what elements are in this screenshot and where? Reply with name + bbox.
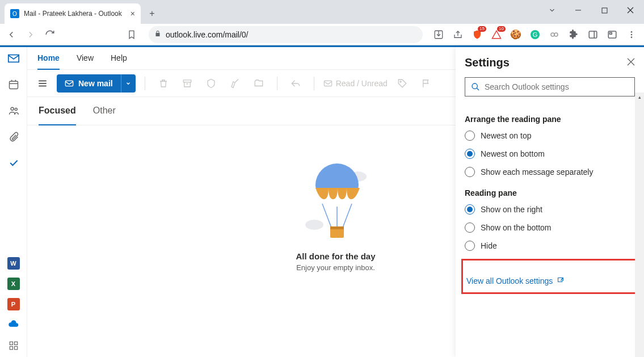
forward-button[interactable] (24, 28, 37, 41)
scroll-arrow-up[interactable]: ▴ (635, 93, 644, 102)
svg-text:O: O (12, 11, 17, 17)
excel-icon[interactable]: X (7, 278, 20, 290)
window-minimize[interactable] (567, 2, 590, 19)
flag-icon[interactable] (417, 74, 435, 93)
search-icon (471, 82, 480, 91)
new-mail-button[interactable]: New mail (57, 74, 121, 93)
svg-point-18 (631, 33, 633, 35)
svg-point-47 (472, 83, 477, 89)
svg-text:G: G (533, 31, 538, 38)
svg-point-24 (11, 107, 14, 110)
back-button[interactable] (5, 28, 18, 41)
browser-tab-strip: O Mail - Prateek Lakhera - Outlook × + (0, 0, 644, 24)
grammarly-icon[interactable]: G (529, 29, 541, 40)
mail-icon (65, 79, 74, 88)
highlight-annotation: View all Outlook settings (461, 259, 638, 294)
close-icon[interactable] (627, 58, 635, 68)
read-unread-button[interactable]: Read / Unread (323, 79, 388, 88)
svg-rect-28 (10, 347, 12, 350)
left-rail: W X P (0, 47, 27, 357)
radio-show-bottom[interactable]: Show on the bottom (465, 222, 635, 233)
delete-icon[interactable] (154, 74, 172, 93)
files-icon[interactable] (7, 130, 20, 144)
archive-icon[interactable] (178, 74, 196, 93)
share-icon[interactable] (452, 29, 464, 40)
install-icon[interactable] (433, 29, 444, 40)
onedrive-icon[interactable] (7, 318, 20, 331)
move-icon[interactable] (250, 74, 268, 93)
open-link-icon (557, 277, 564, 285)
balloon-illustration (302, 159, 370, 245)
view-all-settings-link[interactable]: View all Outlook settings (466, 276, 553, 285)
sweep-icon[interactable] (226, 74, 244, 93)
radio-newest-bottom[interactable]: Newest on bottom (465, 149, 635, 159)
reading-heading: Reading pane (465, 188, 635, 198)
calendar-icon[interactable] (7, 78, 20, 91)
chevron-down-icon[interactable] (541, 2, 563, 19)
tab-other[interactable]: Other (93, 97, 116, 125)
extensions-icon[interactable] (568, 29, 579, 40)
lock-icon (154, 30, 161, 39)
empty-title: All done for the day (296, 251, 375, 261)
svg-rect-44 (330, 226, 344, 229)
junk-icon[interactable] (202, 74, 220, 93)
svg-rect-29 (14, 347, 17, 350)
address-bar[interactable]: outlook.live.com/mail/0/ (149, 26, 423, 43)
radio-newest-top[interactable]: Newest on top (465, 131, 635, 141)
svg-point-17 (631, 31, 633, 33)
radio-hide[interactable]: Hide (465, 241, 635, 251)
arrange-heading: Arrange the reading pane (465, 115, 635, 124)
outlook-icon: O (10, 9, 19, 18)
mail-icon[interactable] (7, 52, 20, 65)
svg-point-25 (15, 108, 17, 110)
tab-title: Mail - Prateek Lakhera - Outlook (24, 10, 122, 18)
browser-tab[interactable]: O Mail - Prateek Lakhera - Outlook × (5, 3, 141, 24)
todo-icon[interactable] (7, 156, 20, 170)
svg-rect-3 (602, 8, 607, 13)
settings-title: Settings (465, 56, 510, 69)
close-tab-icon[interactable]: × (131, 9, 135, 18)
empty-subtitle: Enjoy your empty inbox. (296, 263, 375, 272)
reply-icon[interactable] (287, 74, 305, 93)
svg-rect-27 (14, 342, 17, 345)
svg-rect-20 (9, 81, 18, 89)
triangle-icon[interactable]: 10 (491, 29, 502, 40)
svg-point-11 (551, 33, 554, 36)
reload-button[interactable] (43, 28, 57, 41)
menu-icon[interactable] (626, 29, 637, 40)
sidepanel-icon[interactable] (587, 29, 599, 40)
browser-toolbar: outlook.live.com/mail/0/ 15 10 🍪 G (0, 24, 644, 45)
powerpoint-icon[interactable]: P (7, 298, 20, 310)
svg-rect-34 (183, 80, 191, 82)
svg-rect-33 (65, 81, 73, 86)
svg-line-48 (477, 88, 479, 90)
tag-icon[interactable] (393, 74, 411, 93)
hamburger-icon[interactable] (34, 75, 51, 92)
reader-icon[interactable] (607, 29, 618, 40)
new-mail-dropdown[interactable] (121, 74, 136, 93)
bookmark-icon[interactable] (125, 28, 138, 41)
word-icon[interactable]: W (7, 257, 20, 270)
new-tab-button[interactable]: + (144, 6, 160, 22)
search-input[interactable] (485, 82, 629, 91)
window-close[interactable] (619, 2, 642, 19)
svg-rect-13 (589, 31, 597, 38)
tab-home[interactable]: Home (37, 47, 60, 70)
tab-help[interactable]: Help (111, 47, 127, 70)
settings-search[interactable] (465, 77, 635, 96)
more-apps-icon[interactable] (7, 339, 20, 352)
brave-shield-icon[interactable]: 15 (472, 29, 483, 40)
people-icon[interactable] (7, 104, 20, 117)
radio-show-separately[interactable]: Show each message separately (465, 167, 635, 177)
link-icon[interactable] (549, 29, 560, 40)
tab-view[interactable]: View (77, 47, 94, 70)
settings-panel: Settings ▲ Arrange the reading pane Newe… (456, 47, 644, 357)
radio-show-right[interactable]: Show on the right (465, 204, 635, 215)
window-maximize[interactable] (593, 2, 616, 19)
cookie-icon[interactable]: 🍪 (510, 29, 521, 40)
svg-point-12 (554, 33, 558, 36)
page-scrollbar[interactable]: ▴ (635, 93, 644, 357)
svg-rect-16 (610, 32, 612, 34)
tab-focused[interactable]: Focused (39, 97, 76, 125)
svg-point-38 (305, 220, 323, 230)
